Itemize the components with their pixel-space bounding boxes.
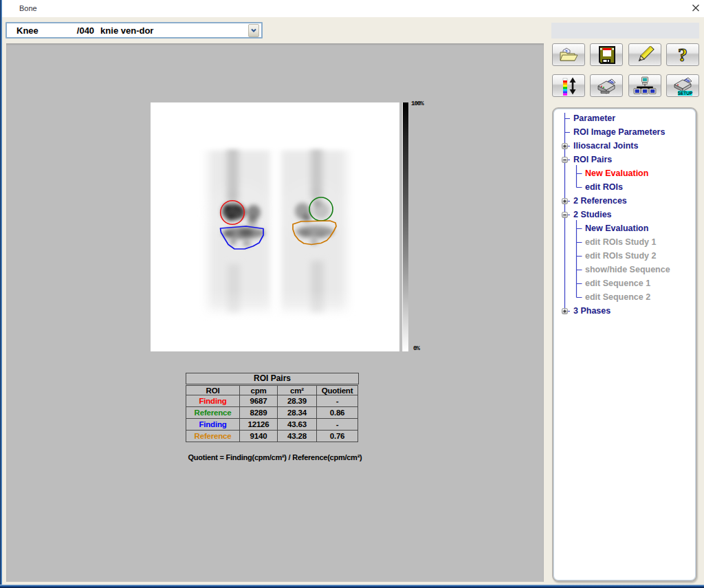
svg-text:SETUP: SETUP — [678, 91, 693, 96]
svg-text:?: ? — [678, 45, 688, 65]
